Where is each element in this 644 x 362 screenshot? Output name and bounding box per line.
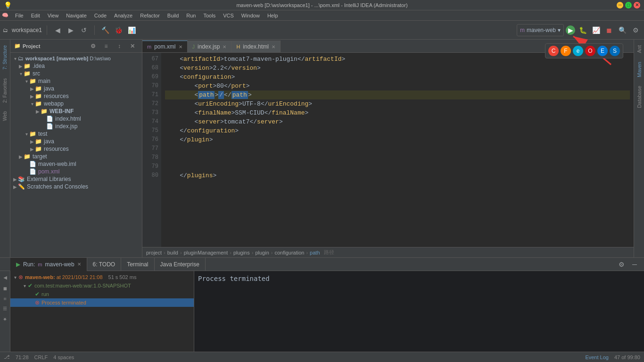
menu-build[interactable]: Build [165, 13, 182, 18]
search-everywhere-button[interactable]: 🔍 [617, 25, 628, 36]
maximize-button[interactable]: □ [625, 2, 632, 8]
ie-icon[interactable]: e [573, 46, 583, 56]
breadcrumb-path[interactable]: path [310, 250, 320, 255]
tree-item-pom[interactable]: 📄 pom.xml [10, 168, 142, 175]
menu-navigate[interactable]: Navigate [63, 13, 89, 18]
run-tab[interactable]: ▶ Run: m maven-web ✕ [10, 258, 87, 271]
run-item-terminated[interactable]: ▶ ⊗ Process terminated [10, 298, 194, 307]
menu-file[interactable]: File [12, 13, 26, 18]
tree-item-main[interactable]: ▾ 📁 main [10, 77, 142, 85]
close-button[interactable]: ✕ [634, 2, 640, 8]
safari-icon[interactable]: S [610, 46, 620, 56]
line-num-69: 69 [145, 73, 158, 82]
tree-item-workspace1[interactable]: ▾ 🗂 workspace1 [maven-web] D:\ws\wo [10, 55, 142, 62]
scroll-icon-side[interactable]: ≡ [1, 295, 8, 303]
run-item-main[interactable]: ▾ ⊗ maven-web: at 2021/10/12 21:08 51 s … [10, 273, 194, 281]
javaee-tab[interactable]: Java Enterprise [155, 258, 206, 271]
menu-tools[interactable]: Tools [200, 13, 218, 18]
breadcrumb-plugins[interactable]: plugins [233, 250, 250, 255]
settings-button[interactable]: ⚙ [630, 25, 641, 36]
firefox-icon[interactable]: F [561, 46, 571, 56]
database-tab[interactable]: Database [635, 82, 644, 112]
chrome-icon[interactable]: C [548, 46, 559, 56]
breadcrumb-build[interactable]: build [167, 250, 178, 255]
menu-refactor[interactable]: Refactor [137, 13, 163, 18]
menu-help[interactable]: Help [264, 13, 281, 18]
maven-tab[interactable]: Maven [635, 58, 644, 81]
breadcrumb-pluginmanagement[interactable]: pluginManagement [184, 250, 228, 255]
filter-icon-side[interactable]: ☰ [1, 303, 8, 314]
web-tab[interactable]: Web [1, 107, 9, 124]
tab-close-html[interactable]: ✕ [272, 44, 275, 49]
code-content-area[interactable]: <artifactId>tomcat7-maven-plugin</artifa… [161, 53, 634, 247]
run-icon-side[interactable]: ▶ [1, 273, 8, 284]
debug-run-button[interactable]: 🐛 [577, 25, 588, 36]
project-tree: ▾ 🗂 workspace1 [maven-web] D:\ws\wo ▶ 📁 … [10, 53, 142, 257]
menu-code[interactable]: Code [91, 13, 109, 18]
todo-tab[interactable]: 6: TODO [87, 258, 122, 271]
tree-label-main: main [38, 78, 50, 84]
tree-item-testjava[interactable]: ▶ 📁 java [10, 138, 142, 145]
opera-icon[interactable]: O [585, 46, 595, 56]
tree-item-java[interactable]: ▶ 📁 java [10, 85, 142, 92]
edge-icon[interactable]: E [597, 46, 608, 56]
tab-pom-xml[interactable]: m pom.xml ✕ [142, 41, 188, 52]
tree-item-testres[interactable]: ▶ 📁 resources [10, 145, 142, 153]
run-item-artifact[interactable]: ▾ ✔ com.test:maven-web:war:1.0-SNAPSHOT [10, 281, 194, 290]
bottom-settings-icon[interactable]: ⚙ [616, 259, 627, 270]
tree-item-idea[interactable]: ▶ 📁 .idea [10, 62, 142, 70]
build-icon[interactable]: 🔨 [99, 25, 111, 36]
terminal-tab[interactable]: Terminal [121, 258, 154, 271]
breadcrumb-plugin[interactable]: plugin [255, 250, 269, 255]
code-editor[interactable]: 67 68 69 70 71 72 73 74 75 76 77 78 79 8… [142, 53, 634, 247]
project-hide-icon[interactable]: ✕ [127, 41, 138, 52]
breadcrumb-project[interactable]: project [146, 250, 162, 255]
tree-item-scratches[interactable]: ▶ ✏️ Scratches and Consoles [10, 183, 142, 190]
tree-item-webinf[interactable]: ▶ 📁 WEB-INF [10, 107, 142, 115]
run-button[interactable]: ▶ [566, 25, 575, 35]
tree-item-target[interactable]: ▶ 📁 target [10, 153, 142, 160]
run-with-coverage-button[interactable]: 📈 [590, 25, 602, 36]
stop-icon-side[interactable]: ◼ [1, 284, 8, 295]
tree-arrow-testres: ▶ [29, 147, 35, 152]
bottom-close-icon[interactable]: ─ [629, 259, 640, 270]
minimize-button[interactable]: ─ [617, 2, 623, 8]
event-log-link[interactable]: Event Log [585, 354, 609, 360]
forward-icon[interactable]: ▶ [65, 25, 76, 36]
tree-item-indexhtml[interactable]: 📄 index.html [10, 115, 142, 123]
menu-analyze[interactable]: Analyze [111, 13, 135, 18]
menu-vcs[interactable]: VCS [220, 13, 237, 18]
refresh-icon[interactable]: ↺ [78, 25, 90, 36]
menu-edit[interactable]: Edit [28, 13, 43, 18]
tree-item-extlib[interactable]: ▶ 📚 External Libraries [10, 175, 142, 183]
structure-tab[interactable]: 7: Structure [1, 41, 9, 74]
tree-item-src[interactable]: ▾ 📁 src [10, 70, 142, 77]
tree-item-resources[interactable]: ▶ 📁 resources [10, 92, 142, 100]
tree-item-webapp[interactable]: ▾ 📁 webapp [10, 100, 142, 107]
ant-tab[interactable]: Ant [635, 41, 644, 57]
stop-button[interactable]: ◼ [603, 25, 615, 36]
project-expand-icon[interactable]: ↕ [114, 41, 125, 52]
menu-window[interactable]: Window [239, 13, 263, 18]
run-config-tab-name: maven-web [45, 261, 74, 268]
favorites-tab[interactable]: 2: Favorites [1, 74, 9, 107]
run-tab-close[interactable]: ✕ [77, 262, 81, 267]
tab-close-jsp[interactable]: ✕ [223, 44, 226, 49]
tab-index-jsp[interactable]: J index.jsp ✕ [188, 41, 232, 52]
star-icon-side[interactable]: ★ [1, 314, 8, 325]
tree-item-iml[interactable]: 📄 maven-web.iml [10, 160, 142, 168]
run-item-run[interactable]: ▶ ✔ run [10, 290, 194, 298]
tab-index-html[interactable]: H index.html ✕ [231, 41, 281, 52]
tree-item-indexjsp[interactable]: 📄 index.jsp [10, 123, 142, 130]
menu-run[interactable]: Run [183, 13, 198, 18]
tab-close-pom[interactable]: ✕ [179, 44, 182, 49]
project-settings-icon[interactable]: ⚙ [87, 41, 99, 52]
run-config-selector[interactable]: m maven-web ▾ [517, 24, 564, 36]
menu-view[interactable]: View [45, 13, 62, 18]
debug-icon[interactable]: 🐞 [113, 25, 124, 36]
back-icon[interactable]: ◀ [52, 25, 63, 36]
breadcrumb-configuration[interactable]: configuration [274, 250, 304, 255]
project-collapse-icon[interactable]: ≡ [100, 41, 112, 52]
coverage-icon[interactable]: 📊 [126, 25, 137, 36]
tree-item-test[interactable]: ▾ 📁 test [10, 130, 142, 138]
